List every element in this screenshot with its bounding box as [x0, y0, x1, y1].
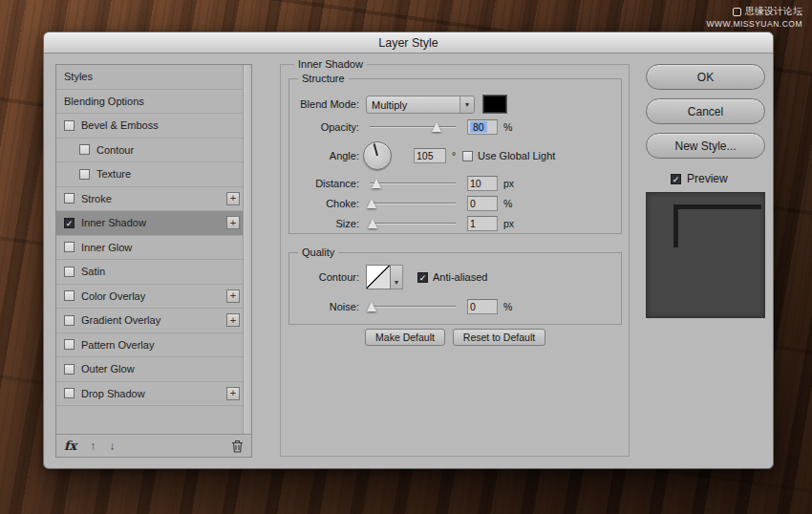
sidebar-item-pattern-overlay[interactable]: Pattern Overlay	[56, 333, 243, 358]
add-effect-instance-button[interactable]: +	[226, 313, 240, 327]
opacity-input[interactable]: 80	[467, 119, 498, 135]
effect-checkbox[interactable]	[64, 242, 75, 252]
watermark-site-name: 思缘设计论坛	[745, 5, 802, 18]
distance-label: Distance:	[289, 178, 359, 189]
add-effect-instance-button[interactable]: +	[226, 216, 240, 229]
effect-checkbox[interactable]	[64, 388, 75, 398]
size-input[interactable]: 1	[467, 216, 498, 231]
size-value: 1	[470, 218, 476, 229]
effect-checkbox[interactable]	[64, 364, 75, 375]
sidebar-item-label: Drop Shadow	[81, 388, 145, 399]
sidebar-item-inner-glow[interactable]: Inner Glow	[56, 236, 243, 261]
quality-legend: Quality	[298, 246, 338, 258]
sidebar-item-contour[interactable]: Contour	[56, 139, 243, 163]
angle-label: Angle:	[289, 150, 359, 161]
effect-checkbox[interactable]	[79, 144, 90, 155]
choke-unit: %	[503, 198, 512, 209]
effect-options-panel: Inner Shadow Structure Blend Mode: Multi…	[280, 64, 630, 457]
sidebar-item-label: Pattern Overlay	[81, 339, 154, 351]
opacity-label: Opacity:	[289, 121, 359, 133]
size-slider[interactable]	[370, 217, 456, 230]
angle-unit: °	[452, 150, 456, 161]
sidebar-item-inner-shadow[interactable]: Inner Shadow+	[56, 211, 243, 236]
sidebar-item-satin[interactable]: Satin	[56, 260, 243, 285]
angle-dial-needle	[374, 143, 378, 156]
layer-style-dialog: Layer Style StylesBlending OptionsBevel …	[43, 32, 774, 469]
choke-input[interactable]: 0	[467, 196, 498, 211]
ok-button[interactable]: OK	[646, 64, 765, 90]
preview-shape-horizontal	[673, 204, 761, 209]
effect-checkbox[interactable]	[64, 290, 75, 301]
sidebar-item-gradient-overlay[interactable]: Gradient Overlay+	[56, 309, 243, 333]
sidebar-item-label: Styles	[64, 71, 93, 82]
slider-thumb[interactable]	[432, 122, 441, 132]
cancel-button[interactable]: Cancel	[646, 98, 765, 124]
effect-checkbox[interactable]	[64, 218, 75, 228]
sidebar-item-texture[interactable]: Texture	[56, 162, 243, 187]
angle-dial[interactable]	[363, 141, 392, 170]
slider-track	[370, 306, 456, 308]
move-down-icon[interactable]: ↓	[109, 439, 115, 453]
slider-track	[370, 223, 456, 225]
effect-checkbox[interactable]	[64, 339, 75, 350]
slider-thumb[interactable]	[367, 302, 376, 311]
sidebar-item-label: Gradient Overlay	[81, 314, 160, 326]
watermark: 思缘设计论坛 WWW.MISSYUAN.COM	[706, 5, 802, 29]
move-up-icon[interactable]: ↑	[90, 439, 96, 453]
opacity-unit: %	[503, 121, 512, 133]
choke-slider[interactable]	[370, 197, 456, 210]
noise-input[interactable]: 0	[467, 299, 498, 314]
watermark-logo-icon	[733, 8, 741, 16]
sidebar-item-color-overlay[interactable]: Color Overlay+	[56, 285, 243, 310]
sidebar-item-drop-shadow[interactable]: Drop Shadow+	[56, 382, 243, 407]
opacity-value-selected: 80	[470, 121, 487, 133]
sidebar-item-stroke[interactable]: Stroke+	[56, 187, 243, 212]
angle-value: 105	[417, 150, 434, 161]
add-effect-instance-button[interactable]: +	[226, 387, 240, 400]
distance-value: 10	[470, 178, 481, 189]
make-default-button[interactable]: Make Default	[365, 329, 445, 346]
slider-thumb[interactable]	[372, 179, 381, 188]
preview-shape-vertical	[673, 204, 678, 247]
noise-slider[interactable]	[370, 300, 456, 313]
distance-input[interactable]: 10	[467, 176, 498, 191]
blend-mode-select[interactable]: Multiply ▾	[366, 96, 475, 114]
fx-icon[interactable]: fx	[64, 439, 76, 453]
add-effect-instance-button[interactable]: +	[226, 192, 240, 205]
new-style-button[interactable]: New Style...	[646, 133, 765, 159]
sidebar-item-styles[interactable]: Styles	[56, 65, 243, 90]
effect-checkbox[interactable]	[64, 267, 75, 277]
preview-label: Preview	[687, 172, 728, 185]
sidebar-item-bevel-emboss[interactable]: Bevel & Emboss	[56, 114, 243, 139]
use-global-light-checkbox[interactable]	[462, 151, 473, 161]
angle-input[interactable]: 105	[414, 148, 446, 163]
contour-dropdown-arrow[interactable]: ▾	[391, 265, 403, 289]
effect-checkbox[interactable]	[79, 169, 90, 180]
choke-label: Choke:	[289, 198, 359, 209]
slider-thumb[interactable]	[367, 199, 376, 208]
preview-checkbox[interactable]	[671, 174, 681, 184]
sidebar-item-label: Outer Glow	[81, 363, 135, 375]
blend-mode-label: Blend Mode:	[289, 98, 359, 110]
preview-option: Preview	[671, 172, 728, 185]
sidebar-item-label: Inner Shadow	[81, 217, 146, 228]
sidebar-item-outer-glow[interactable]: Outer Glow	[56, 357, 243, 382]
add-effect-instance-button[interactable]: +	[226, 289, 240, 303]
sidebar-item-label: Color Overlay	[81, 290, 145, 302]
contour-picker[interactable]	[366, 265, 391, 289]
sidebar-item-blending-options[interactable]: Blending Options	[56, 90, 243, 115]
preview-thumbnail	[646, 192, 765, 318]
effect-checkbox[interactable]	[64, 120, 75, 131]
sidebar-scrollbar[interactable]	[243, 65, 251, 435]
distance-slider[interactable]	[370, 177, 456, 190]
delete-effect-icon[interactable]	[231, 439, 244, 453]
opacity-slider[interactable]	[370, 120, 456, 134]
reset-to-default-button[interactable]: Reset to Default	[453, 329, 545, 346]
effect-checkbox[interactable]	[64, 193, 75, 203]
styles-sidebar: StylesBlending OptionsBevel & EmbossCont…	[55, 64, 252, 458]
slider-thumb[interactable]	[368, 219, 377, 228]
shadow-color-swatch[interactable]	[482, 95, 507, 114]
effect-checkbox[interactable]	[64, 315, 75, 326]
sidebar-item-label: Stroke	[81, 193, 112, 204]
anti-aliased-checkbox[interactable]	[417, 272, 428, 283]
